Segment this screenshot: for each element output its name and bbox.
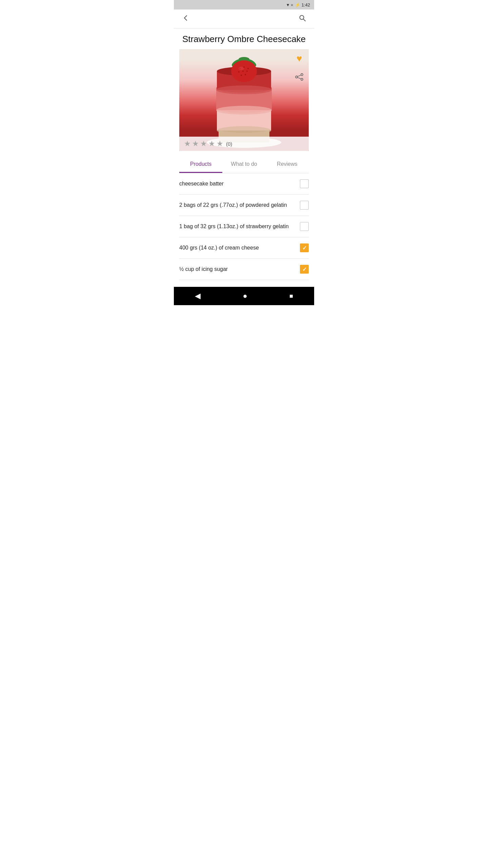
share-button[interactable] (293, 71, 305, 83)
ingredient-item: 2 bags of 22 grs (.77oz.) of powdered ge… (179, 195, 309, 216)
search-button[interactable] (296, 12, 309, 26)
image-actions: ♥ (293, 53, 305, 83)
svg-point-13 (216, 85, 272, 94)
toolbar (174, 9, 314, 28)
svg-point-7 (217, 126, 271, 135)
wifi-icon (287, 2, 289, 8)
star-2[interactable]: ★ (192, 139, 199, 148)
tabs: Products What to do Reviews (179, 156, 309, 173)
ingredient-name: ½ cup of icing sugar (179, 266, 300, 272)
svg-point-27 (245, 74, 246, 75)
svg-point-26 (241, 75, 242, 76)
svg-point-10 (216, 106, 272, 115)
star-5[interactable]: ★ (217, 139, 223, 148)
ingredient-checkbox-4[interactable] (300, 243, 309, 252)
ingredient-name: 2 bags of 22 grs (.77oz.) of powdered ge… (179, 202, 300, 208)
recipe-title: Strawberry Ombre Cheesecake (179, 34, 309, 44)
heart-icon: ♥ (297, 53, 302, 64)
svg-line-33 (298, 78, 301, 79)
ingredient-checkbox-5[interactable] (300, 265, 309, 274)
nav-recents-button[interactable] (289, 293, 293, 300)
svg-point-31 (296, 76, 298, 78)
ingredient-item: 400 grs (14 oz.) of cream cheese (179, 237, 309, 259)
svg-line-32 (298, 75, 301, 77)
ingredient-name: cheesecake batter (179, 181, 300, 187)
recipe-image (179, 49, 309, 151)
ingredient-checkbox-3[interactable] (300, 222, 309, 231)
svg-point-30 (301, 78, 303, 80)
tab-reviews[interactable]: Reviews (266, 156, 309, 173)
ingredient-checkbox-2[interactable] (300, 201, 309, 210)
share-icon (295, 73, 304, 81)
stars[interactable]: ★ ★ ★ ★ ★ (184, 139, 223, 148)
ingredient-checkbox-1[interactable] (300, 179, 309, 188)
ingredients-list: cheesecake batter 2 bags of 22 grs (.77o… (179, 173, 309, 280)
ingredient-item: ½ cup of icing sugar (179, 259, 309, 280)
back-button[interactable] (179, 12, 192, 26)
tab-what-to-do[interactable]: What to do (222, 156, 265, 173)
recipe-image-container: ♥ ★ ★ ★ ★ ★ (0) (179, 49, 309, 151)
ingredient-item: cheesecake batter (179, 173, 309, 195)
star-3[interactable]: ★ (200, 139, 207, 148)
nav-home-button[interactable] (243, 292, 247, 300)
tab-products[interactable]: Products (179, 156, 222, 173)
svg-point-19 (231, 60, 257, 82)
bottom-nav (174, 287, 314, 305)
svg-point-22 (247, 68, 249, 69)
svg-line-1 (303, 19, 305, 21)
favorite-button[interactable]: ♥ (293, 53, 305, 65)
rating-count: (0) (226, 141, 232, 147)
nav-back-button[interactable] (195, 292, 201, 300)
svg-point-29 (301, 74, 303, 76)
status-icons: 1:42 (287, 2, 310, 8)
svg-point-25 (246, 71, 248, 72)
svg-point-23 (238, 71, 240, 73)
status-bar: 1:42 (174, 0, 314, 9)
ingredient-name: 400 grs (14 oz.) of cream cheese (179, 245, 300, 251)
battery-icon (295, 2, 300, 8)
status-time: 1:42 (302, 2, 310, 7)
svg-point-28 (239, 67, 244, 70)
rating-bar: ★ ★ ★ ★ ★ (0) (179, 137, 309, 151)
ingredient-item: 1 bag of 32 grs (1.13oz.) of strawberry … (179, 216, 309, 237)
page-content: Strawberry Ombre Cheesecake (174, 28, 314, 280)
svg-point-24 (242, 71, 244, 72)
signal-icon (290, 2, 293, 8)
cheesecake-illustration (200, 51, 288, 149)
star-1[interactable]: ★ (184, 139, 191, 148)
star-4[interactable]: ★ (208, 139, 215, 148)
ingredient-name: 1 bag of 32 grs (1.13oz.) of strawberry … (179, 223, 300, 230)
